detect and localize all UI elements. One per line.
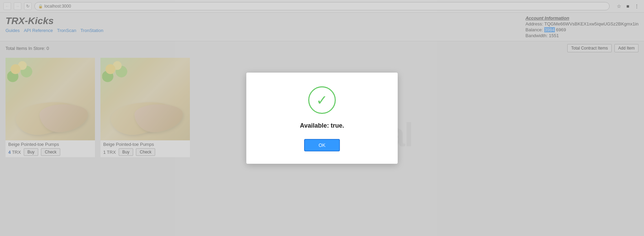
modal-check-circle: ✓ [308,86,336,114]
modal-dialog: ✓ Available: true. OK [246,73,398,164]
modal-ok-button[interactable]: OK [304,139,340,151]
checkmark-icon: ✓ [316,93,328,107]
app-container: BrzDigital TRX-Kicks Guides API Referenc… [0,13,644,236]
modal-message: Available: true. [300,122,344,129]
modal-overlay: ✓ Available: true. OK [0,0,644,236]
